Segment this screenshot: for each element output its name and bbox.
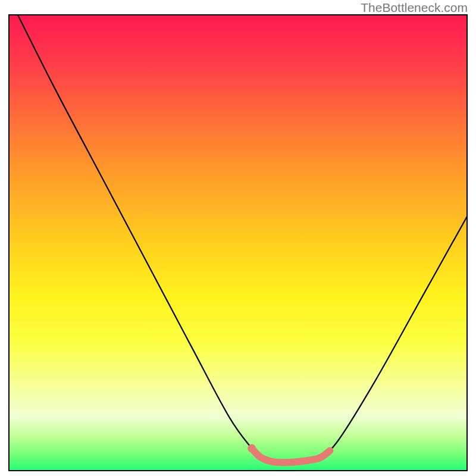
highlight-segment [252, 449, 330, 463]
watermark-text: TheBottleneck.com [361, 1, 468, 15]
highlight-dot [248, 444, 256, 453]
curve-svg [8, 14, 468, 471]
plot-area [8, 14, 468, 471]
chart-container: TheBottleneck.com [0, 0, 476, 476]
bottleneck-curve [17, 14, 468, 462]
